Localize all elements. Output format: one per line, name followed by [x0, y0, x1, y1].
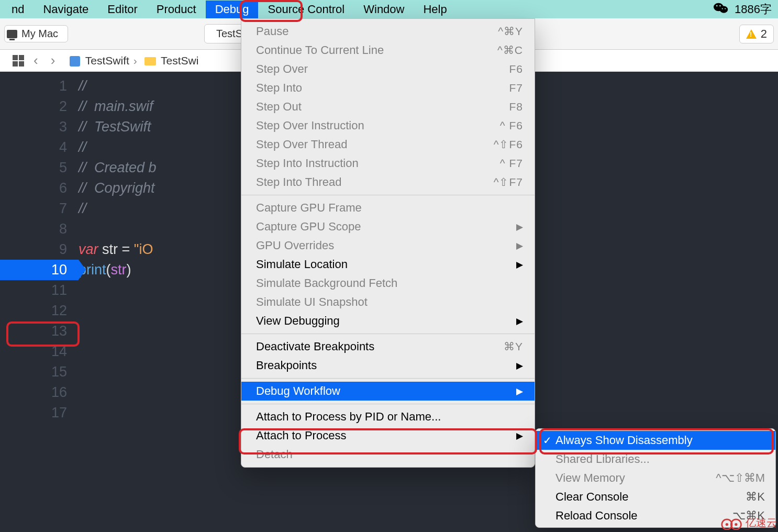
run-destination[interactable]: My Mac [4, 25, 68, 42]
debug-workflow-submenu: ✓Always Show DisassemblyShared Libraries… [535, 428, 776, 528]
menubar: nd Navigate Editor Product Debug Source … [0, 0, 778, 18]
menu-item-step-into: Step IntoF7 [241, 79, 535, 97]
issues-indicator[interactable]: 2 [739, 25, 774, 43]
svg-point-8 [726, 523, 728, 526]
wechat-icon[interactable] [714, 2, 728, 17]
menu-item-help[interactable]: Help [414, 1, 456, 18]
menu-item-label: Detach [256, 448, 523, 461]
submenu-arrow-icon: ▶ [516, 221, 523, 232]
submenu-arrow-icon: ▶ [516, 240, 523, 251]
submenu-item-label: Shared Libraries... [555, 452, 765, 466]
menu-item-label: Step Over Thread [256, 138, 494, 151]
svg-point-1 [720, 6, 728, 13]
menu-item-label: Step Over Instruction [256, 119, 500, 132]
menu-item-label: Step Into Thread [256, 175, 494, 189]
submenu-item-always-show-disassembly[interactable]: ✓Always Show Disassembly [536, 431, 775, 450]
menu-item-label: Simulate Location [256, 258, 516, 271]
menu-item-label: Step Out [256, 100, 509, 114]
run-destination-label: My Mac [21, 28, 58, 40]
shortcut: ^⇧F6 [494, 138, 523, 151]
monitor-icon [7, 30, 17, 38]
submenu-arrow-icon: ▶ [516, 430, 523, 441]
shortcut: ⌘K [746, 490, 765, 504]
line-number[interactable]: 12 [0, 301, 79, 321]
breadcrumb-folder: TestSwi [161, 54, 198, 66]
line-number[interactable]: 3 [0, 117, 79, 137]
line-number[interactable]: 4 [0, 137, 79, 158]
line-number[interactable]: 17 [0, 403, 79, 423]
shortcut: ^⌘C [497, 44, 523, 57]
menu-item-attach-to-process-by-pid-or-name-[interactable]: Attach to Process by PID or Name... [241, 407, 535, 426]
menu-item-label: Simulate Background Fetch [256, 276, 523, 290]
line-number[interactable]: 7 [0, 198, 79, 219]
menu-item-product[interactable]: Product [147, 1, 206, 18]
line-number[interactable]: 11 [0, 280, 79, 301]
shortcut: F7 [509, 82, 523, 94]
menu-item-deactivate-breakpoints[interactable]: Deactivate Breakpoints⌘Y [241, 337, 535, 356]
breadcrumb-project: TestSwift [85, 54, 129, 66]
shortcut: F6 [509, 63, 523, 75]
line-number[interactable]: 9 [0, 239, 79, 260]
watermark: 亿速云 [720, 515, 777, 530]
menu-item-step-over-instruction: Step Over Instruction^ F6 [241, 116, 535, 135]
line-number[interactable]: 14 [0, 341, 79, 362]
line-number[interactable]: 8 [0, 219, 79, 239]
submenu-arrow-icon: ▶ [516, 316, 523, 327]
shortcut: ^⌘Y [498, 25, 523, 38]
svg-point-4 [722, 8, 723, 9]
line-gutter[interactable]: 1234567891011121314151617 [0, 72, 79, 532]
menu-item-label: Breakpoints [256, 359, 516, 372]
menu-item-source-control[interactable]: Source Control [258, 1, 354, 18]
folder-icon [145, 57, 156, 65]
svg-point-3 [719, 5, 721, 6]
menu-item-step-into-instruction: Step Into Instruction^ F7 [241, 154, 535, 173]
menu-item-navigate[interactable]: Navigate [34, 1, 98, 18]
menu-item-debug[interactable]: Debug [206, 1, 259, 18]
line-number[interactable]: 15 [0, 362, 79, 382]
menu-item-label: Capture GPU Scope [256, 220, 516, 234]
forward-button[interactable]: › [48, 52, 59, 69]
menu-item-label: Capture GPU Frame [256, 201, 523, 215]
submenu-item-view-memory: View Memory^⌥⇧⌘M [536, 469, 775, 487]
shortcut: ^ F6 [500, 119, 523, 132]
menu-item-label: Step Into Instruction [256, 157, 500, 170]
menu-item-step-over: Step OverF6 [241, 60, 535, 79]
menu-item-label: Debug Workflow [256, 384, 516, 398]
shortcut: ^⌥⇧⌘M [716, 471, 765, 485]
menu-item-simulate-background-fetch: Simulate Background Fetch [241, 274, 535, 293]
menu-item-label: Attach to Process by PID or Name... [256, 410, 523, 424]
line-number[interactable]: 5 [0, 158, 79, 178]
menu-item-attach-to-process[interactable]: Attach to Process▶ [241, 426, 535, 445]
submenu-item-clear-console[interactable]: Clear Console⌘K [536, 487, 775, 506]
line-number[interactable]: 16 [0, 382, 79, 403]
menu-item-label: Simulate UI Snapshot [256, 295, 523, 309]
menu-item-breakpoints[interactable]: Breakpoints▶ [241, 356, 535, 375]
menu-item-simulate-location[interactable]: Simulate Location▶ [241, 255, 535, 274]
menu-item-debug-workflow[interactable]: Debug Workflow▶ [241, 382, 535, 401]
menu-item-gpu-overrides: GPU Overrides▶ [241, 236, 535, 255]
issue-count: 2 [761, 27, 767, 41]
line-number[interactable]: 10 [0, 260, 79, 280]
submenu-item-label: Always Show Disassembly [555, 434, 765, 447]
line-number[interactable]: 13 [0, 321, 79, 341]
menu-item-step-over-thread: Step Over Thread^⇧F6 [241, 135, 535, 154]
project-icon [70, 56, 80, 66]
chevron-right-icon: › [134, 54, 137, 66]
line-number[interactable]: 6 [0, 178, 79, 198]
check-icon: ✓ [543, 434, 555, 447]
debug-menu-dropdown: Pause^⌘YContinue To Current Line^⌘CStep … [241, 18, 535, 468]
menu-item-editor[interactable]: Editor [98, 1, 147, 18]
menu-item-view-debugging[interactable]: View Debugging▶ [241, 312, 535, 330]
svg-point-9 [735, 523, 737, 526]
line-number[interactable]: 1 [0, 76, 79, 96]
menu-item-nd[interactable]: nd [2, 1, 34, 18]
watermark-text: 亿速云 [746, 516, 777, 530]
menu-item-detach: Detach [241, 445, 535, 464]
submenu-arrow-icon: ▶ [516, 386, 523, 397]
submenu-item-label: View Memory [555, 471, 716, 485]
menu-item-window[interactable]: Window [354, 1, 414, 18]
breadcrumb[interactable]: TestSwift › TestSwi [70, 54, 198, 67]
back-button[interactable]: ‹ [30, 52, 41, 69]
related-items-icon[interactable] [13, 55, 24, 66]
line-number[interactable]: 2 [0, 96, 79, 117]
